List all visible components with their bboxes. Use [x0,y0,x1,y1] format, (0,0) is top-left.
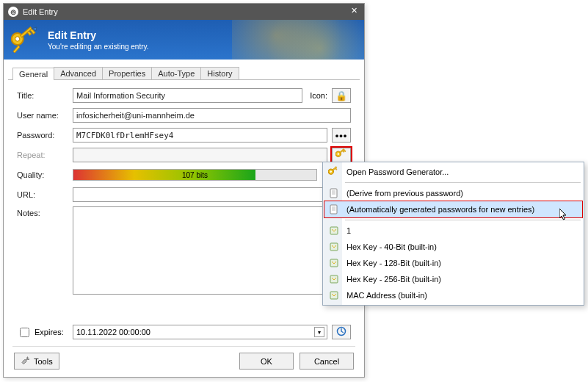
expires-checkbox[interactable] [20,328,29,337]
row-repeat: Repeat: [17,147,351,163]
banner-text: Edit Entry You're editing an existing en… [48,29,149,51]
svg-rect-3 [27,31,32,35]
reveal-password-button[interactable]: ••• [332,128,351,143]
menu-item-hex40[interactable]: Hex Key - 40-Bit (built-in) [324,239,582,255]
book-icon [328,273,340,285]
key-gold-icon [335,148,347,162]
menu-label: 1 [346,226,351,235]
doc-icon [328,203,340,215]
label-quality: Quality: [17,170,68,179]
svg-rect-14 [335,168,337,170]
book-icon [328,225,340,237]
menu-item-open-generator[interactable]: Open Password Generator... [324,164,582,180]
label-url: URL: [17,190,68,199]
edit-entry-dialog: ⊚ Edit Entry ✕ Edit Entry You're editing… [3,3,365,378]
menu-item-auto-generated[interactable]: (Automatically generated passwords for n… [324,201,582,217]
row-title: Title: Icon: 🔒 [17,87,351,104]
book-icon [328,241,340,253]
menu-item-derive[interactable]: (Derive from previous password) [324,185,582,201]
choose-icon-button[interactable]: 🔒 [332,88,351,103]
tab-general[interactable]: General [12,68,54,80]
quality-text: 107 bits [182,171,208,179]
row-expires: Expires: 10.11.2022 00:00:00 ▾ [17,324,351,340]
svg-rect-16 [330,205,337,214]
expires-date-value: 10.11.2022 00:00:00 [76,328,150,336]
row-username: User name: [17,107,351,123]
clock-icon [336,326,346,339]
lock-icon: 🔒 [335,90,347,101]
ok-button[interactable]: OK [239,353,294,370]
label-username: User name: [17,111,68,120]
svg-rect-20 [330,275,338,283]
close-icon[interactable]: ✕ [348,6,360,18]
menu-item-hex128[interactable]: Hex Key - 128-Bit (built-in) [324,255,582,271]
svg-rect-15 [330,189,337,198]
menu-label: (Automatically generated passwords for n… [346,205,534,214]
row-quality: Quality: 107 bits 20 ch. [17,167,351,183]
menu-label: (Derive from previous password) [346,189,463,198]
notes-input[interactable] [73,206,351,295]
expires-date-field[interactable]: 10.11.2022 00:00:00 ▾ [73,325,327,339]
label-title: Title: [17,91,68,100]
expires-clock-button[interactable] [332,325,351,339]
svg-rect-21 [330,292,338,299]
tab-autotype[interactable]: Auto-Type [151,67,201,79]
banner-subheading: You're editing an existing entry. [48,43,149,51]
cancel-button[interactable]: Cancel [300,353,354,370]
dialog-footer: Tools OK Cancel [4,347,364,377]
username-input[interactable] [73,108,351,123]
tab-strip: General Advanced Properties Auto-Type Hi… [8,64,360,80]
tab-history[interactable]: History [200,67,239,79]
mouse-cursor-icon [559,209,568,222]
svg-rect-18 [330,243,338,251]
expires-checkbox-wrap[interactable]: Expires: [17,325,68,339]
menu-label: Hex Key - 40-Bit (built-in) [346,242,437,251]
tools-button[interactable]: Tools [14,353,59,370]
menu-item-mac[interactable]: MAC Address (built-in) [324,287,582,303]
menu-label: MAC Address (built-in) [346,291,427,300]
label-repeat: Repeat: [17,151,68,159]
menu-item-hex256[interactable]: Hex Key - 256-Bit (built-in) [324,271,582,287]
tools-label: Tools [34,357,53,366]
menu-separator [345,182,581,183]
key-icon [11,25,40,54]
window-titlebar: ⊚ Edit Entry ✕ [4,4,364,20]
menu-label: Hex Key - 128-Bit (built-in) [346,259,441,267]
quality-meter: 107 bits [73,169,317,181]
app-icon: ⊚ [8,7,18,17]
menu-label: Open Password Generator... [346,167,449,176]
tab-advanced[interactable]: Advanced [54,67,103,79]
row-notes: Notes: [17,206,351,320]
password-input[interactable] [73,128,327,143]
svg-rect-17 [330,227,338,234]
row-password: Password: ••• [17,127,351,143]
form-body: Title: Icon: 🔒 User name: Password: ••• … [4,80,364,346]
password-generator-menu: Open Password Generator... (Derive from … [322,162,584,306]
title-input[interactable] [73,88,302,103]
repeat-input [73,148,327,162]
book-icon [328,289,340,301]
label-notes: Notes: [17,206,68,217]
wrench-icon [21,356,31,367]
dots-icon: ••• [335,130,348,141]
url-input[interactable] [73,187,351,202]
window-title: Edit Entry [23,7,348,16]
date-dropdown-icon[interactable]: ▾ [314,327,324,337]
menu-item-profile-1[interactable]: 1 [324,223,582,239]
doc-icon [328,187,340,199]
label-password: Password: [17,131,68,140]
row-url: URL: [17,187,351,203]
label-expires: Expires: [35,328,64,336]
svg-rect-19 [330,259,338,267]
dialog-banner: Edit Entry You're editing an existing en… [4,20,364,60]
menu-label: Hex Key - 256-Bit (built-in) [346,275,441,284]
label-icon: Icon: [307,91,327,100]
menu-separator [345,220,581,220]
book-icon [328,257,340,269]
generate-password-button[interactable] [332,148,351,162]
banner-heading: Edit Entry [48,29,149,41]
key-gold-icon [328,166,340,178]
tab-properties[interactable]: Properties [102,67,152,79]
